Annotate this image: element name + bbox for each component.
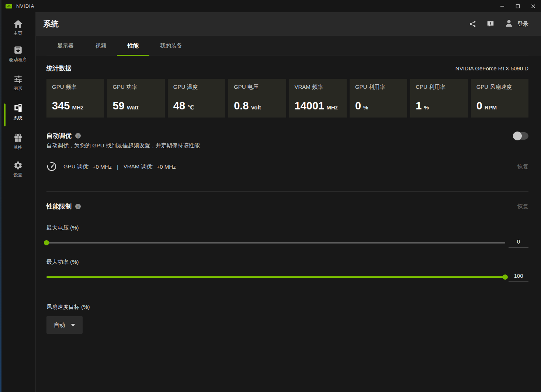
stat-card-fan-speed: GPU 风扇速度 0RPM <box>471 79 528 118</box>
stat-unit: % <box>424 104 429 111</box>
toggle-knob <box>513 132 522 140</box>
stat-label: GPU 频率 <box>52 84 98 91</box>
page-header: 系统 登录 <box>36 12 541 36</box>
stat-card-gpu-temp: GPU 温度 48℃ <box>168 79 225 118</box>
tab-label: 视频 <box>95 42 106 49</box>
max-voltage-value[interactable]: 0 <box>509 238 528 248</box>
slider-thumb[interactable] <box>503 274 508 280</box>
tab-video[interactable]: 视频 <box>84 36 117 56</box>
vram-tune-label: VRAM 调优: <box>124 163 154 170</box>
titlebar: NVIDIA <box>0 0 541 12</box>
gauge-icon <box>46 161 57 172</box>
close-button[interactable] <box>526 0 541 12</box>
sidebar-item-label: 主页 <box>14 30 22 36</box>
stat-unit: ℃ <box>187 104 194 111</box>
sidebar-item-drivers[interactable]: 驱动程序 <box>0 45 36 63</box>
stat-label: GPU 风扇速度 <box>476 84 523 91</box>
fan-speed-target-label: 风扇速度目标 (%) <box>46 304 528 311</box>
stat-label: GPU 功率 <box>112 84 159 91</box>
chevron-down-icon <box>71 324 75 326</box>
redeem-gift-icon <box>13 133 23 143</box>
gpu-tune-label: GPU 调优: <box>63 163 90 170</box>
tune-summary: GPU 调优: +0 MHz | VRAM 调优: +0 MHz <box>63 163 176 170</box>
slider-track[interactable] <box>46 276 505 278</box>
stat-value: 0.8 <box>234 100 249 112</box>
tab-display[interactable]: 显示器 <box>46 36 84 56</box>
tab-label: 显示器 <box>57 42 74 49</box>
sidebar-item-system[interactable]: 系统 <box>0 103 36 121</box>
sidebar-item-settings[interactable]: 设置 <box>0 161 36 178</box>
system-icon <box>13 103 23 113</box>
stat-label: CPU 利用率 <box>416 84 462 91</box>
sidebar-item-label: 图形 <box>14 85 22 92</box>
section-divider <box>46 191 528 192</box>
stat-value: 0 <box>476 100 482 112</box>
performance-limits-heading: 性能限制 <box>46 202 72 211</box>
nvidia-logo-icon <box>5 4 13 9</box>
auto-tune-heading: 自动调优 <box>46 132 72 140</box>
tab-performance[interactable]: 性能 <box>117 36 149 56</box>
driver-download-icon <box>13 45 23 55</box>
performance-limits-restore-button[interactable]: 恢复 <box>517 203 528 210</box>
stat-value: 345 <box>52 100 70 112</box>
maximize-button[interactable] <box>510 0 526 12</box>
sidebar-item-label: 兑换 <box>14 144 22 151</box>
fan-speed-selected: 自动 <box>54 322 65 329</box>
minimize-button[interactable] <box>495 0 510 12</box>
slider-track[interactable] <box>46 242 505 244</box>
window-controls <box>495 0 541 12</box>
graphics-sliders-icon <box>13 74 23 84</box>
stat-cards: GPU 频率 345MHz GPU 功率 59Watt GPU 温度 48℃ G… <box>46 79 528 118</box>
stat-card-gpu-power: GPU 功率 59Watt <box>107 79 164 118</box>
feedback-icon[interactable] <box>486 20 495 28</box>
page-title: 系统 <box>43 19 59 29</box>
gpu-name: NVIDIA GeForce RTX 5090 D <box>455 65 528 71</box>
max-voltage-slider: 0 <box>46 238 528 248</box>
tune-separator: | <box>117 164 118 170</box>
stats-heading: 统计数据 <box>46 64 72 73</box>
info-icon[interactable]: i <box>75 204 81 209</box>
login-button[interactable]: 登录 <box>504 18 528 29</box>
stat-unit: MHz <box>326 104 338 111</box>
sidebar-item-graphics[interactable]: 图形 <box>0 74 36 92</box>
auto-tune-toggle[interactable] <box>514 132 528 140</box>
tabs-row: 显示器 视频 性能 我的装备 <box>36 36 541 56</box>
performance-panel: 统计数据 NVIDIA GeForce RTX 5090 D GPU 频率 34… <box>36 56 541 392</box>
avatar-icon <box>504 18 514 29</box>
stat-value: 14001 <box>295 100 325 112</box>
sidebar: 主页 驱动程序 图形 <box>0 12 36 392</box>
max-voltage-label: 最大电压 (%) <box>46 224 528 231</box>
sidebar-item-redeem[interactable]: 兑换 <box>0 133 36 151</box>
info-icon[interactable]: i <box>75 133 81 139</box>
slider-fill <box>46 276 505 278</box>
tab-label: 我的装备 <box>160 42 182 49</box>
max-power-slider: 100 <box>46 272 528 282</box>
slider-thumb[interactable] <box>44 240 49 245</box>
stat-value: 48 <box>173 100 185 112</box>
stat-label: GPU 电压 <box>234 84 280 91</box>
sidebar-item-home[interactable]: 主页 <box>0 20 36 36</box>
app-title: NVIDIA <box>16 3 34 9</box>
share-icon[interactable] <box>469 20 477 28</box>
stat-value: 1 <box>416 100 422 112</box>
tab-label: 性能 <box>128 42 139 49</box>
auto-tune-restore-button[interactable]: 恢复 <box>517 163 528 170</box>
stat-card-gpu-util: GPU 利用率 0% <box>350 79 407 118</box>
auto-tune-description: 自动调优，为您的 GPU 找到最佳超频设置，并定期保持该性能 <box>46 142 528 149</box>
stat-value: 59 <box>112 100 124 112</box>
stat-card-gpu-clock: GPU 频率 345MHz <box>46 79 104 118</box>
login-label: 登录 <box>517 21 528 28</box>
max-power-label: 最大功率 (%) <box>46 259 528 266</box>
settings-gear-icon <box>13 161 23 170</box>
gpu-tune-value: +0 MHz <box>93 164 112 170</box>
vram-tune-value: +0 MHz <box>157 164 176 170</box>
stat-label: GPU 利用率 <box>355 84 402 91</box>
home-icon <box>13 20 23 28</box>
sidebar-item-label: 系统 <box>14 115 22 121</box>
max-power-value[interactable]: 100 <box>509 273 528 282</box>
fan-speed-dropdown[interactable]: 自动 <box>46 316 83 334</box>
tab-my-rig[interactable]: 我的装备 <box>149 36 193 56</box>
stat-card-gpu-voltage: GPU 电压 0.8Volt <box>228 79 286 118</box>
stat-unit: Volt <box>251 104 261 111</box>
stat-card-vram-clock: VRAM 频率 14001MHz <box>289 79 347 118</box>
